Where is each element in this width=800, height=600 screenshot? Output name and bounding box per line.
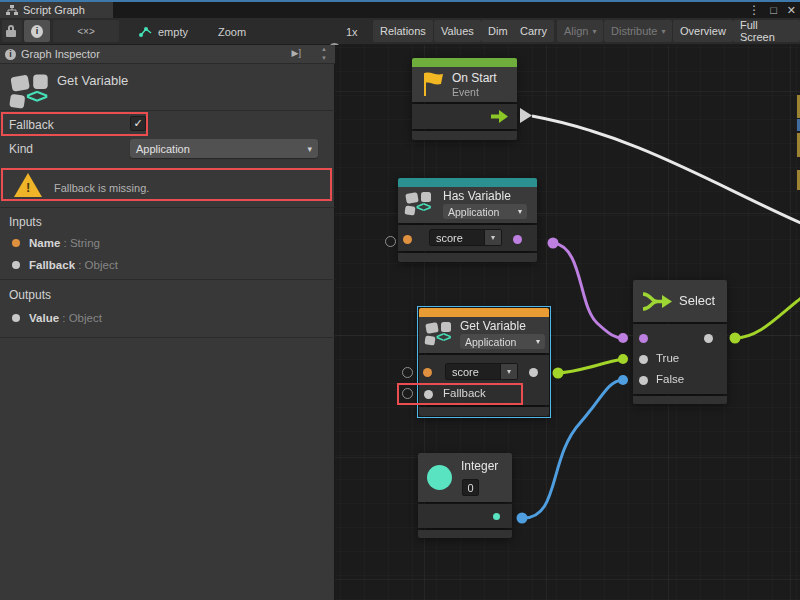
chevron-down-icon: ▾ xyxy=(592,27,596,36)
trigger-connector-arrow[interactable] xyxy=(520,108,532,123)
fallback-checkbox[interactable]: ✓ xyxy=(130,116,146,131)
wire-endpoint-dot[interactable] xyxy=(618,375,628,385)
node-has-variable[interactable]: <> Has Variable Application ▾ score ▾ xyxy=(398,178,537,262)
dim-label: Dim xyxy=(488,25,508,37)
full-screen-button[interactable]: Full Screen xyxy=(733,20,800,42)
annotation-highlight-warning xyxy=(1,168,332,201)
variable-picker-button[interactable]: ▾ xyxy=(484,230,501,245)
kind-label: Kind xyxy=(9,142,33,156)
condition-input-port[interactable] xyxy=(639,334,648,343)
wire-select-output[interactable] xyxy=(735,298,800,338)
select-icon xyxy=(641,290,673,313)
node-title: Integer xyxy=(461,459,498,473)
menu-icon[interactable]: ⋮ xyxy=(748,3,760,17)
false-input-port[interactable] xyxy=(639,376,648,385)
align-button[interactable]: Align ▾ xyxy=(557,20,603,42)
variable-name-field[interactable]: score ▾ xyxy=(445,363,518,380)
values-button[interactable]: Values xyxy=(434,20,481,42)
true-input-port[interactable] xyxy=(639,355,648,364)
kind-dropdown[interactable]: Application ▾ xyxy=(130,139,318,158)
flag-icon xyxy=(421,71,445,98)
tab-script-graph[interactable]: Script Graph xyxy=(0,2,113,18)
carry-button[interactable]: Carry xyxy=(513,20,554,42)
chevron-down-icon: ▾ xyxy=(532,337,540,346)
carry-label: Carry xyxy=(520,25,547,37)
port-dot-icon xyxy=(12,314,20,322)
code-view-button[interactable]: <×> xyxy=(53,20,119,42)
chevron-down-icon: ▾ xyxy=(507,367,511,376)
wire-has-variable-to-select-condition[interactable] xyxy=(553,243,623,338)
unit-icon: <> xyxy=(10,73,40,100)
zoom-value: 1x xyxy=(346,26,358,38)
port-dot-icon xyxy=(12,239,20,247)
node-title: Get Variable xyxy=(460,319,526,333)
variable-kind-dropdown[interactable]: Application ▾ xyxy=(443,204,527,219)
overview-button[interactable]: Overview xyxy=(673,20,733,42)
outputs-header: Outputs xyxy=(9,288,51,302)
script-graph-icon xyxy=(6,5,18,16)
inspector-toggle-button[interactable]: i xyxy=(24,20,50,42)
breadcrumb[interactable]: empty xyxy=(158,26,188,38)
output-type: : Object xyxy=(59,312,102,324)
overview-label: Overview xyxy=(680,25,726,37)
chevron-down-icon: ▾ xyxy=(491,233,495,242)
graph-toolbar: i <×> empty Zoom 1x Relations Values Dim… xyxy=(0,18,800,45)
node-on-start[interactable]: On Start Event xyxy=(412,58,517,140)
node-integer[interactable]: Integer 0 xyxy=(418,453,512,538)
value-output-port[interactable] xyxy=(529,368,538,377)
trigger-output-port[interactable] xyxy=(491,110,508,123)
variable-glyph: <> xyxy=(416,199,430,215)
align-label: Align xyxy=(564,25,588,37)
wire-on-start-trigger[interactable] xyxy=(532,116,800,223)
kind-value: Application xyxy=(136,143,190,155)
unconnected-port-ring[interactable] xyxy=(402,388,413,399)
variable-picker-button[interactable]: ▾ xyxy=(500,364,517,379)
dim-button[interactable]: Dim xyxy=(481,20,515,42)
integer-value-field[interactable]: 0 xyxy=(462,479,479,496)
wire-endpoint-dot[interactable] xyxy=(548,238,559,249)
close-icon[interactable]: ✕ xyxy=(787,4,796,17)
input-name: Name xyxy=(29,237,60,249)
name-input-port[interactable] xyxy=(403,235,412,244)
unconnected-port-ring[interactable] xyxy=(385,236,396,247)
bool-output-port[interactable] xyxy=(513,235,522,244)
unconnected-port-ring[interactable] xyxy=(402,367,413,378)
graph-inspector-panel: i Graph Inspector ▶] ▲ ▼ <> Get Variable… xyxy=(0,45,335,600)
variable-name-field[interactable]: score ▾ xyxy=(429,229,502,246)
lock-button[interactable] xyxy=(2,20,22,42)
node-footer xyxy=(412,131,517,140)
wire-endpoint-dot[interactable] xyxy=(618,354,628,364)
unity-script-graph-window: Script Graph ⋮ □ ✕ i <×> empty Zoom xyxy=(0,0,800,600)
fallback-input-port[interactable] xyxy=(424,390,433,399)
true-port-label: True xyxy=(656,352,679,364)
input-type: : String xyxy=(60,237,100,249)
distribute-button[interactable]: Distribute ▾ xyxy=(604,20,672,42)
integer-type-icon xyxy=(427,465,452,490)
variable-name-value: score xyxy=(430,230,484,245)
scroll-spinner[interactable]: ▲ ▼ xyxy=(321,45,327,63)
values-label: Values xyxy=(441,25,474,37)
node-title: On Start xyxy=(452,71,497,85)
wire-endpoint-dot[interactable] xyxy=(730,333,741,344)
kind-value: Application xyxy=(448,206,499,218)
variable-kind-dropdown[interactable]: Application ▾ xyxy=(460,334,545,349)
integer-output-port[interactable] xyxy=(493,513,500,520)
spinner-up-icon[interactable]: ▲ xyxy=(321,45,327,54)
wire-endpoint-dot[interactable] xyxy=(517,513,528,524)
dock-inspector-icon[interactable]: ▶] xyxy=(292,48,301,58)
selection-output-port[interactable] xyxy=(704,334,713,343)
wire-endpoint-dot[interactable] xyxy=(618,333,628,343)
maximize-icon[interactable]: □ xyxy=(770,4,777,16)
wire-endpoint-dot[interactable] xyxy=(553,368,564,379)
node-select[interactable]: Select True False xyxy=(633,280,727,404)
relations-button[interactable]: Relations xyxy=(373,20,433,42)
name-input-port[interactable] xyxy=(423,368,432,377)
info-icon: i xyxy=(31,25,43,38)
spinner-down-icon[interactable]: ▼ xyxy=(321,54,327,63)
node-get-variable[interactable]: <> Get Variable Application ▾ score ▾ Fa… xyxy=(419,308,549,416)
graph-canvas[interactable]: On Start Event <> Has Variable xyxy=(335,45,800,600)
output-name: Value xyxy=(29,312,59,324)
fallback-port-label: Fallback xyxy=(443,387,486,399)
variable-glyph: <> xyxy=(436,329,450,345)
wire-get-variable-to-select-true[interactable] xyxy=(558,359,623,373)
